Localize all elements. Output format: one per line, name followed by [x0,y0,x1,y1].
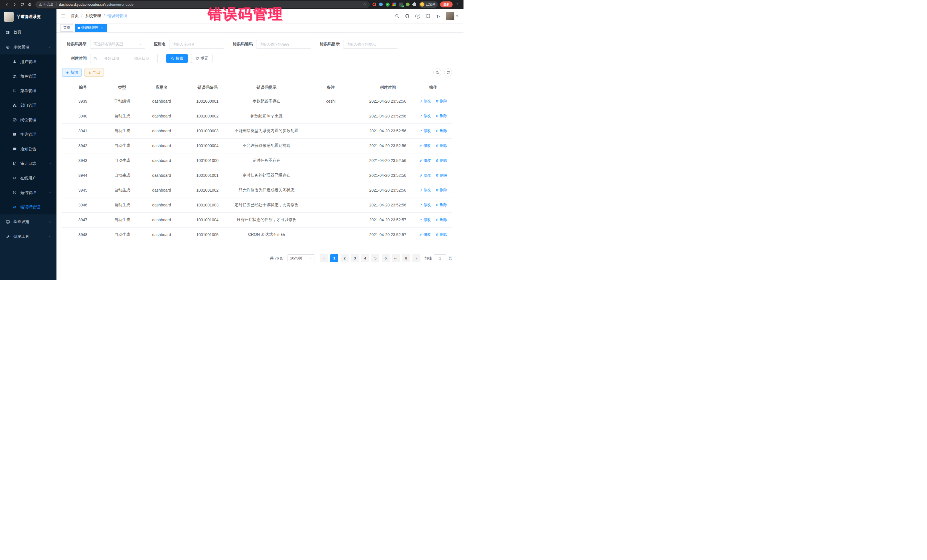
col-header-remark: 备注 [300,81,361,94]
sidebar-item-infra[interactable]: 基础设施 [0,214,56,229]
sidebar-item-post[interactable]: 岗位管理 [0,112,56,127]
extension-icon-6[interactable] [406,3,410,6]
back-icon[interactable] [3,1,11,8]
reset-button[interactable]: 重置 [191,54,213,63]
sidebar-item-system[interactable]: 系统管理 [0,39,56,55]
sidebar-item-sms[interactable]: 短信管理 [0,185,56,200]
delete-button[interactable]: 删除 [436,158,447,163]
refresh-icon [196,57,199,60]
edit-button[interactable]: 修改 [419,143,431,148]
sidebar-item-home[interactable]: 首页 [0,25,56,39]
sidebar-item-dict[interactable]: 字典管理 [0,127,56,142]
app-name-input[interactable] [169,39,224,49]
cell-ops: 修改 删除 [414,94,452,109]
error-msg-input[interactable] [343,39,398,49]
page-size-select[interactable]: 10条/页 [287,254,315,262]
sidebar-item-audit[interactable]: 审计日志 [0,156,56,171]
user-avatar-menu[interactable]: ▾ [443,12,459,20]
edit-button[interactable]: 修改 [419,217,431,222]
forward-icon[interactable] [11,1,18,8]
edit-button[interactable]: 修改 [419,173,431,178]
tab-error-code[interactable]: 错误码管理 × [75,24,107,32]
edit-button[interactable]: 修改 [419,188,431,193]
github-icon[interactable] [402,9,412,23]
page-button[interactable]: 1 [330,254,338,262]
extensions-puzzle-icon[interactable] [413,3,416,6]
bookmark-star-icon[interactable]: ☆ [363,2,366,6]
delete-button[interactable]: 删除 [436,217,447,222]
refresh-table-button[interactable] [444,68,452,76]
sidebar-item-errcode[interactable]: 错误码管理 [0,200,56,214]
date-range-picker[interactable]: 开始日期 - 结束日期 [90,54,158,63]
browser-update-button[interactable]: 更新 [440,2,453,8]
edit-icon [419,203,423,207]
sidebar-item-notice[interactable]: 通知公告 [0,142,56,156]
search-icon[interactable] [392,9,402,23]
pager-more[interactable]: ••• [392,254,400,262]
trash-icon [436,100,439,103]
sidebar-item-devtool[interactable]: 研发工具 [0,229,56,244]
delete-button[interactable]: 删除 [436,188,447,193]
page-button[interactable]: 4 [361,254,369,262]
sidebar-item-menu[interactable]: 菜单管理 [0,83,56,98]
cell-id: 3948 [62,227,103,242]
browser-menu-icon[interactable]: ⋮ [455,2,460,7]
sidebar-item-user[interactable]: 用户管理 [0,55,56,69]
edit-button[interactable]: 修改 [419,232,431,237]
table-row: 3946 自动生成 dashboard 1001001003 定时任务已经处于该… [62,197,452,212]
page-button[interactable]: 2 [340,254,348,262]
extension-icon-4[interactable] [392,3,396,6]
edit-button[interactable]: 修改 [419,128,431,134]
font-size-icon[interactable] [433,9,443,23]
error-type-select[interactable]: 请选择错误码类型 [90,39,145,49]
search-button[interactable]: 搜索 [166,54,188,63]
sidebar-item-dept[interactable]: 部门管理 [0,98,56,112]
delete-button[interactable]: 删除 [436,202,447,208]
delete-button[interactable]: 删除 [436,99,447,104]
sidebar-logo[interactable]: 芋道管理系统 [0,9,56,25]
close-icon[interactable]: × [100,26,104,30]
help-icon[interactable]: ? [412,9,423,23]
breadcrumb-system[interactable]: 系统管理 [85,14,101,18]
goto-page-input[interactable] [434,254,447,262]
sidebar-item-role[interactable]: 角色管理 [0,69,56,83]
delete-button[interactable]: 删除 [436,128,447,134]
edit-button[interactable]: 修改 [419,202,431,208]
delete-button[interactable]: 删除 [436,114,447,118]
extension-icon-5[interactable]: on [399,3,403,6]
prev-page-button[interactable]: ‹ [320,254,328,262]
page-button[interactable]: 5 [371,254,379,262]
edit-button[interactable]: 修改 [419,158,431,163]
error-code-input[interactable] [256,39,311,49]
extension-icon-2[interactable] [379,3,383,6]
extension-icon-1[interactable] [372,3,376,6]
delete-button[interactable]: 删除 [436,173,447,178]
cell-msg: 参数配置不存在 [233,94,300,109]
fullscreen-icon[interactable] [423,9,433,23]
security-indicator[interactable]: ⚠ 不安全 [39,2,54,7]
edit-button[interactable]: 修改 [419,99,431,104]
tab-home[interactable]: 首页 [61,24,73,32]
table-row: 3940 自动生成 dashboard 1001000002 参数配置 key … [62,109,452,123]
browser-profile-chip[interactable]: 已暂停 [419,2,438,8]
edit-button[interactable]: 修改 [419,114,431,118]
edit-icon [419,233,423,237]
cell-ops: 修改 删除 [414,109,452,123]
page-button[interactable]: 3 [351,254,359,262]
home-icon[interactable] [26,1,33,8]
delete-button[interactable]: 删除 [436,143,447,148]
delete-button[interactable]: 删除 [436,232,447,237]
toggle-search-button[interactable] [433,68,441,76]
hamburger-icon[interactable] [56,14,70,18]
export-button[interactable]: 导出 [84,68,104,77]
add-button[interactable]: 新增 [62,68,82,77]
page-button[interactable]: 6 [381,254,390,262]
table-row: 3941 自动生成 dashboard 1001000003 不能删除类型为系统… [62,123,452,138]
breadcrumb-home[interactable]: 首页 [71,14,79,18]
page-button[interactable]: 8 [402,254,410,262]
extension-icon-3[interactable]: ✓ [386,3,390,6]
sidebar-item-online[interactable]: 在线用户 [0,171,56,185]
address-bar[interactable]: ⚠ 不安全 dashboard.yudao.iocoder.cn/system/… [35,1,370,8]
reload-icon[interactable] [18,1,26,8]
next-page-button[interactable]: › [412,254,421,262]
